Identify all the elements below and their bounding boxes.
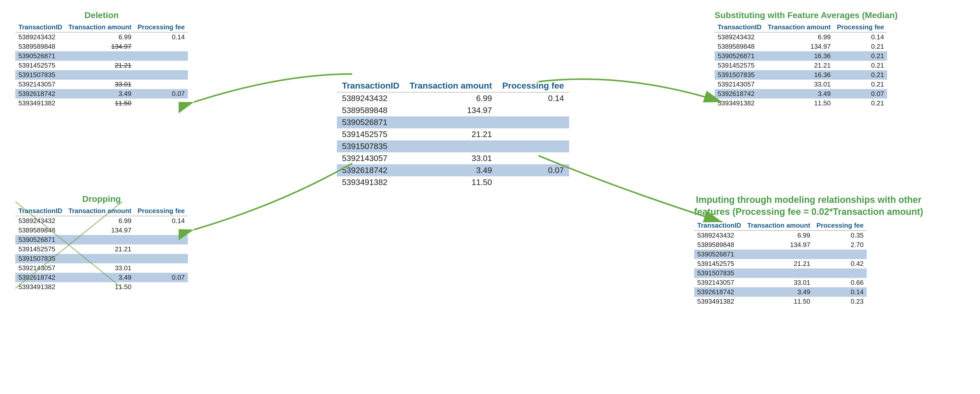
cell-amount: 3.49 bbox=[744, 288, 813, 297]
cell-id: 5391507835 bbox=[337, 140, 404, 153]
table-row: 5390526871 bbox=[337, 116, 569, 129]
cell-amount: 3.49 bbox=[765, 89, 834, 98]
cell-fee bbox=[497, 129, 569, 140]
arrow-to-dropping bbox=[179, 153, 357, 242]
cell-amount: 6.99 bbox=[65, 32, 135, 42]
cell-fee bbox=[813, 249, 867, 259]
deletion-header-fee: Processing fee bbox=[135, 22, 188, 32]
cell-amount: 11.50 bbox=[744, 297, 813, 306]
cell-fee bbox=[497, 140, 569, 153]
cell-amount: 3.49 bbox=[404, 164, 497, 176]
deletion-table: TransactionID Transaction amount Process… bbox=[15, 22, 188, 108]
center-header-id: TransactionID bbox=[337, 79, 404, 92]
table-row: 53926187423.490.07 bbox=[15, 89, 188, 98]
cell-amount: 16.36 bbox=[765, 70, 834, 79]
cell-id: 5391507835 bbox=[694, 268, 744, 278]
cell-fee: 0.21 bbox=[834, 79, 887, 89]
cell-amount bbox=[65, 235, 135, 245]
cell-id: 5389589848 bbox=[15, 226, 65, 235]
cell-fee: 0.21 bbox=[834, 61, 887, 70]
table-row: 5389589848134.97 bbox=[15, 42, 188, 51]
dropping-header-id: TransactionID bbox=[15, 206, 65, 216]
cell-id: 5390526871 bbox=[15, 51, 65, 61]
cell-amount bbox=[404, 140, 497, 153]
imputing-header-fee: Processing fee bbox=[813, 221, 867, 231]
cell-id: 5390526871 bbox=[694, 249, 744, 259]
cell-fee bbox=[135, 263, 188, 273]
cell-fee: 2.70 bbox=[813, 240, 867, 249]
table-row: 5389589848134.972.70 bbox=[694, 240, 867, 249]
cell-amount bbox=[65, 70, 135, 79]
cell-fee: 0.14 bbox=[813, 288, 867, 297]
table-row: 5390526871 bbox=[15, 51, 188, 61]
cell-id: 5391452575 bbox=[15, 245, 65, 254]
cell-id: 5389243432 bbox=[714, 32, 765, 42]
table-row: 539349138211.50 bbox=[337, 176, 569, 188]
deletion-header-amount: Transaction amount bbox=[65, 22, 135, 32]
cell-fee: 0.21 bbox=[834, 42, 887, 51]
arrow-to-deletion bbox=[179, 51, 357, 127]
cell-fee: 0.07 bbox=[135, 89, 188, 98]
center-table-block: TransactionID Transaction amount Process… bbox=[337, 79, 569, 188]
cell-fee bbox=[497, 176, 569, 188]
cell-id: 5392143057 bbox=[714, 79, 765, 89]
cell-id: 5389589848 bbox=[337, 104, 404, 116]
table-row: 539145257521.21 bbox=[15, 61, 188, 70]
cell-amount bbox=[744, 268, 813, 278]
cell-amount: 33.01 bbox=[765, 79, 834, 89]
cell-amount: 134.97 bbox=[744, 240, 813, 249]
table-row: 5389589848134.970.21 bbox=[714, 42, 887, 51]
cell-id: 5391452575 bbox=[337, 129, 404, 140]
cell-fee bbox=[135, 79, 188, 89]
cell-fee: 0.42 bbox=[813, 259, 867, 268]
table-row: 539214305733.01 bbox=[15, 263, 188, 273]
cell-id: 5393491382 bbox=[337, 176, 404, 188]
cell-id: 5389589848 bbox=[694, 240, 744, 249]
cell-amount: 11.50 bbox=[65, 98, 135, 108]
cell-amount: 134.97 bbox=[765, 42, 834, 51]
table-row: 53892434326.990.14 bbox=[714, 32, 887, 42]
table-row: 53926187423.490.07 bbox=[714, 89, 887, 98]
substituting-table-block: Substituting with Feature Averages (Medi… bbox=[714, 10, 897, 108]
cell-fee bbox=[135, 61, 188, 70]
table-row: 53926187423.490.07 bbox=[337, 164, 569, 176]
cell-id: 5392143057 bbox=[337, 153, 404, 164]
cell-id: 5389589848 bbox=[714, 42, 765, 51]
table-row: 539145257521.21 bbox=[337, 129, 569, 140]
cell-amount: 21.21 bbox=[65, 245, 135, 254]
cell-fee: 0.07 bbox=[834, 89, 887, 98]
cell-id: 5392618742 bbox=[714, 89, 765, 98]
table-row: 53926187423.490.07 bbox=[15, 273, 188, 282]
table-row: 539052687116.360.21 bbox=[714, 51, 887, 61]
cell-fee: 0.07 bbox=[135, 273, 188, 282]
table-row: 539349138211.500.23 bbox=[694, 297, 867, 306]
cell-amount: 33.01 bbox=[404, 153, 497, 164]
cell-id: 5389243432 bbox=[337, 92, 404, 105]
cell-amount: 134.97 bbox=[404, 104, 497, 116]
table-row: 539145257521.210.42 bbox=[694, 259, 867, 268]
cell-fee bbox=[135, 245, 188, 254]
cell-fee: 0.14 bbox=[135, 32, 188, 42]
cell-fee bbox=[135, 51, 188, 61]
cell-id: 5390526871 bbox=[337, 116, 404, 129]
cell-id: 5389243432 bbox=[15, 216, 65, 226]
cell-id: 5391507835 bbox=[15, 254, 65, 263]
table-row: 539214305733.01 bbox=[337, 153, 569, 164]
cell-fee bbox=[135, 254, 188, 263]
substituting-header-amount: Transaction amount bbox=[765, 22, 834, 32]
table-row: 5391507835 bbox=[15, 254, 188, 263]
imputing-title: Imputing through modeling relationships … bbox=[694, 194, 923, 218]
substituting-header-id: TransactionID bbox=[714, 22, 765, 32]
cell-fee bbox=[135, 70, 188, 79]
table-row: 539145257521.210.21 bbox=[714, 61, 887, 70]
table-row: 5390526871 bbox=[15, 235, 188, 245]
dropping-title: Dropping bbox=[15, 194, 188, 204]
cell-amount bbox=[404, 116, 497, 129]
cell-amount: 11.50 bbox=[404, 176, 497, 188]
imputing-table: TransactionID Transaction amount Process… bbox=[694, 221, 867, 306]
cell-id: 5391507835 bbox=[714, 70, 765, 79]
cell-id: 5390526871 bbox=[714, 51, 765, 61]
center-table: TransactionID Transaction amount Process… bbox=[337, 79, 569, 188]
cell-id: 5393491382 bbox=[714, 98, 765, 108]
cell-amount: 6.99 bbox=[744, 230, 813, 240]
